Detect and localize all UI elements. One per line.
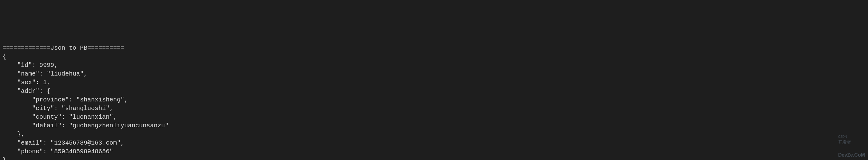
json-line-11: "phone": "859348598948656" — [2, 148, 113, 155]
json-line-3: "sex": 1, — [2, 79, 51, 86]
json-line-8: "detail": "guchengzhenliyuancunsanzu" — [2, 122, 168, 129]
json-line-9: }, — [2, 131, 25, 138]
header-separator: =============Json to PB========== — [2, 45, 124, 52]
json-line-10: "email": "123456789@163.com", — [2, 139, 124, 146]
watermark-text: 开发者 — [838, 140, 851, 144]
json-line-0: { — [2, 53, 6, 60]
terminal-output: =============Json to PB========== { "id"… — [0, 34, 868, 160]
json-line-2: "name": "liudehua", — [2, 70, 87, 77]
json-line-1: "id": 9999, — [2, 62, 58, 69]
json-line-12: } — [2, 157, 6, 160]
watermark-csdn: CSDN — [838, 135, 847, 138]
json-line-7: "county": "luonanxian", — [2, 113, 117, 121]
watermark-brand: DevZe.CoM — [838, 152, 865, 158]
json-line-5: "province": "shanxisheng", — [2, 96, 128, 103]
watermark: CSDN 开发者 DevZe.CoM — [836, 127, 865, 158]
json-line-4: "addr": { — [2, 87, 51, 95]
json-line-6: "city": "shangluoshi", — [2, 105, 113, 112]
